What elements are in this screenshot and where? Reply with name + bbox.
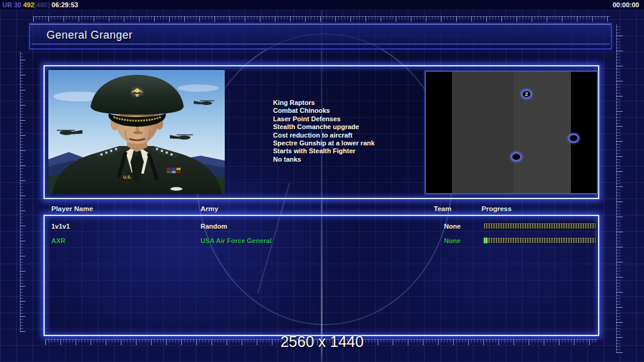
network-fps-readout: UR 30 492[480] 06:29:53 (2, 0, 78, 10)
column-header-army: Army (201, 205, 218, 212)
us-collar-pin: U.S. (123, 175, 132, 179)
player-table-header: Player Name Army Team Progress (0, 205, 644, 214)
fps-cap: [480] (34, 1, 50, 8)
load-progress-fill (484, 238, 488, 243)
fps-value: 492 (23, 1, 34, 8)
page-title: General Granger (30, 24, 611, 42)
player-name: 1v1v1 (51, 221, 70, 232)
player-name: AXR (51, 235, 65, 246)
update-rate-label: UR 30 (2, 1, 23, 8)
start-position-marker (568, 133, 579, 143)
general-abilities-list: King Raptors Combat Chinooks Laser Point… (273, 99, 375, 164)
ability-item: Starts with Stealth Fighter (273, 147, 375, 155)
ability-item: No tanks (273, 156, 375, 164)
ability-item: Stealth Comanche upgrade (273, 123, 375, 131)
player-row: 1v1v1 Random None (43, 221, 599, 232)
column-header-team: Team (434, 205, 451, 212)
start-position-marker (510, 152, 522, 162)
map-preview: 2 (425, 71, 598, 194)
map-terrain-area: 2 (452, 72, 571, 193)
ability-item: Cost reduction to aircraft (273, 132, 375, 139)
resolution-watermark: 2560 x 1440 (0, 333, 644, 351)
general-portrait: U.S. (48, 70, 225, 194)
ability-item: Laser Point Defenses (273, 115, 375, 123)
ruler-right (616, 24, 623, 353)
loading-screen: UR 30 492[480] 06:29:53 00:00:00 General… (0, 0, 644, 362)
ability-item: King Raptors (273, 99, 375, 107)
ability-item: Spectre Gunship at a lower rank (273, 139, 375, 147)
column-header-player-name: Player Name (51, 205, 93, 212)
load-progress-bar (483, 223, 596, 229)
load-progress-bar (483, 237, 596, 244)
cap-eagle-emblem (130, 86, 144, 97)
game-timer: 00:00:00 (613, 0, 639, 10)
player-team: None (444, 221, 461, 232)
general-portrait-image: U.S. (48, 70, 225, 194)
title-box: General Granger (29, 23, 612, 49)
elapsed-time: 06:29:53 (50, 1, 78, 8)
ability-item: Combat Chinooks (273, 107, 375, 115)
player-row: AXR USA Air Force General None (43, 235, 599, 246)
start-position-marker: 2 (521, 89, 532, 99)
column-header-progress: Progress (481, 205, 512, 212)
player-team: None (444, 235, 461, 246)
status-bar: UR 30 492[480] 06:29:53 00:00:00 (0, 0, 644, 10)
player-army: USA Air Force General (201, 235, 272, 246)
ruler-top (33, 16, 610, 22)
player-army: Random (201, 221, 227, 232)
player-list-panel (43, 215, 599, 336)
ruler-left (20, 51, 25, 332)
